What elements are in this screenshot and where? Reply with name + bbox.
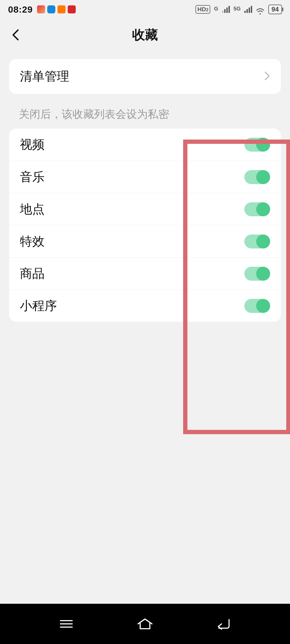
home-outline-icon — [136, 617, 154, 630]
toggle-row-music: 音乐 — [9, 161, 281, 193]
list-management-label: 清单管理 — [20, 68, 69, 85]
list-management-row[interactable]: 清单管理 — [9, 59, 281, 94]
title-bar: 收藏 — [0, 19, 290, 51]
battery-level: 94 — [271, 6, 279, 13]
back-button[interactable] — [10, 29, 21, 41]
network-g-label: G — [214, 6, 218, 12]
toggle-label: 商品 — [20, 265, 45, 282]
network-5g-label: 5G — [234, 6, 241, 12]
toggle-label: 特效 — [20, 233, 45, 250]
toggle-switch-miniprogram[interactable] — [244, 299, 270, 313]
notif-app-icon — [37, 5, 45, 13]
toggle-label: 小程序 — [20, 298, 57, 314]
toggle-switch-video[interactable] — [244, 138, 270, 152]
toggle-label: 视频 — [20, 136, 45, 153]
notif-app-icon — [68, 5, 76, 13]
back-arrow-icon — [215, 618, 232, 630]
menu-lines-icon — [58, 619, 74, 629]
toggle-switch-products[interactable] — [244, 267, 270, 281]
toggle-switch-location[interactable] — [244, 202, 270, 216]
toggle-label: 地点 — [20, 201, 45, 218]
signal-bars-icon — [222, 6, 230, 13]
toggle-switch-effects[interactable] — [244, 235, 270, 248]
toggle-row-video: 视频 — [9, 129, 281, 161]
status-right: HD2 G 5G 94 — [195, 5, 282, 14]
content: 清单管理 关闭后，该收藏列表会设为私密 视频 音乐 地点 特效 商品 — [0, 51, 290, 322]
management-card: 清单管理 — [9, 59, 281, 94]
status-left: 08:29 — [8, 4, 76, 15]
toggle-row-effects: 特效 — [9, 225, 281, 257]
toggle-label: 音乐 — [20, 169, 45, 185]
status-bar: 08:29 HD2 G 5G 94 — [0, 0, 290, 19]
nav-recent-button[interactable] — [54, 616, 78, 632]
notif-app-icon — [57, 5, 66, 13]
toggles-card: 视频 音乐 地点 特效 商品 小程序 — [9, 129, 281, 322]
toggle-row-miniprogram: 小程序 — [9, 290, 281, 322]
battery-icon: 94 — [268, 5, 282, 14]
status-app-icons — [37, 5, 76, 13]
notif-app-icon — [47, 5, 55, 13]
section-hint: 关闭后，该收藏列表会设为私密 — [9, 94, 281, 129]
signal-bars-icon — [244, 6, 252, 13]
nav-back-button[interactable] — [212, 616, 236, 632]
toggle-row-products: 商品 — [9, 257, 281, 290]
nav-home-button[interactable] — [133, 616, 157, 632]
status-time: 08:29 — [8, 4, 33, 15]
chevron-right-icon — [264, 71, 270, 82]
wifi-icon — [256, 6, 264, 13]
toggle-row-location: 地点 — [9, 193, 281, 225]
system-nav-bar — [0, 604, 290, 644]
toggle-switch-music[interactable] — [244, 170, 270, 184]
page-title: 收藏 — [132, 26, 158, 43]
chevron-left-icon — [12, 29, 20, 41]
hd-badge-icon: HD2 — [195, 5, 210, 14]
